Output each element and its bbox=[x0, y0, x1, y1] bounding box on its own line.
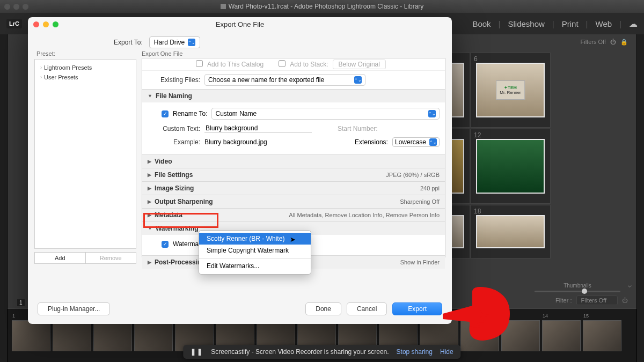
secondary-filter: Filter : Filters Off ⏻ bbox=[555, 295, 628, 305]
grid-cell[interactable]: 12 bbox=[470, 129, 551, 204]
app-logo: LrC bbox=[6, 19, 22, 28]
custom-text-input[interactable] bbox=[204, 124, 312, 133]
module-book[interactable]: Book bbox=[472, 19, 491, 28]
remove-preset-button: Remove bbox=[86, 252, 137, 264]
cursor-icon: ➤ bbox=[290, 235, 296, 243]
main-titlebar: Ward Photo-v11.lrcat - Adobe Photoshop L… bbox=[0, 0, 644, 13]
extensions-select[interactable]: Lowercase⌃⌄ bbox=[392, 137, 440, 147]
rename-checkbox[interactable]: ✓ bbox=[162, 110, 169, 117]
stop-sharing-button[interactable]: Stop sharing bbox=[397, 348, 433, 356]
dialog-titlebar: Export One File bbox=[28, 17, 452, 31]
document-icon bbox=[221, 4, 226, 9]
section-metadata[interactable]: ▶MetadataAll Metadata, Remove Location I… bbox=[142, 209, 445, 221]
right-panel-collapsed[interactable] bbox=[636, 34, 644, 362]
module-web[interactable]: Web bbox=[596, 19, 612, 28]
export-button[interactable]: Export bbox=[392, 302, 442, 315]
cloud-sync-icon[interactable]: ☁ bbox=[629, 19, 638, 29]
watermark-checkbox[interactable]: ✓ bbox=[162, 241, 169, 248]
add-catalog-checkbox[interactable] bbox=[196, 60, 203, 67]
dialog-title: Export One File bbox=[216, 20, 264, 28]
filmstrip-thumb[interactable]: 2 bbox=[53, 320, 91, 351]
traffic-lights[interactable] bbox=[4, 4, 28, 10]
dialog-traffic-lights[interactable] bbox=[33, 21, 58, 27]
collapse-icon[interactable]: › bbox=[625, 285, 634, 287]
filmstrip-thumb[interactable]: 1 bbox=[12, 320, 50, 351]
settings-subtitle: Export One File bbox=[142, 50, 445, 57]
filmstrip-thumb[interactable]: 15 bbox=[583, 320, 621, 351]
section-file-naming[interactable]: ▼File Naming bbox=[142, 90, 445, 102]
lock-icon[interactable]: 🔒 bbox=[620, 39, 628, 46]
filters-off-label[interactable]: Filters Off bbox=[581, 39, 606, 45]
grid-cell[interactable]: 18 bbox=[470, 205, 551, 258]
filmstrip-thumb[interactable]: 3 bbox=[93, 320, 132, 351]
cancel-button[interactable]: Cancel bbox=[347, 302, 387, 315]
pause-icon: ❚❚ bbox=[191, 348, 203, 356]
filter-dropdown[interactable]: Filters Off bbox=[576, 295, 618, 305]
library-filter-bar: Filters Off ⏻ 🔒 bbox=[581, 34, 636, 49]
plugin-manager-button[interactable]: Plug-in Manager... bbox=[38, 302, 110, 315]
rename-select[interactable]: Custom Name⌃⌄ bbox=[211, 108, 440, 120]
add-preset-button[interactable]: Add bbox=[34, 252, 86, 264]
hide-button[interactable]: Hide bbox=[440, 348, 453, 356]
preset-label: Preset: bbox=[36, 50, 136, 57]
export-to-select[interactable]: Hard Drive⌃⌄ bbox=[149, 36, 200, 48]
existing-files-select[interactable]: Choose a new name for the exported file⌃… bbox=[204, 74, 365, 86]
add-stack-checkbox bbox=[279, 60, 286, 67]
module-slideshow[interactable]: Slideshow bbox=[508, 19, 544, 28]
section-file-settings[interactable]: ▶File SettingsJPEG (60%) / sRGB bbox=[142, 168, 445, 181]
dropdown-item-simple[interactable]: Simple Copyright Watermark bbox=[199, 245, 311, 256]
export-to-label: Export To: bbox=[114, 39, 143, 46]
filter-toggle-icon[interactable]: ⏻ bbox=[610, 39, 616, 45]
dropdown-item-edit[interactable]: Edit Watermarks... bbox=[199, 260, 311, 272]
left-panel-collapsed[interactable] bbox=[0, 34, 8, 362]
section-image-sizing[interactable]: ▶Image Sizing240 ppi bbox=[142, 182, 445, 195]
preset-user[interactable]: ›User Presets bbox=[35, 72, 136, 82]
module-picker: Book| Slideshow| Print| Web| ☁ bbox=[472, 19, 638, 29]
module-print[interactable]: Print bbox=[562, 19, 579, 28]
preset-lightroom[interactable]: ›Lightroom Presets bbox=[35, 63, 136, 72]
preset-list[interactable]: ›Lightroom Presets ›User Presets bbox=[34, 59, 136, 249]
grid-cell[interactable]: 6✦TEMMr. Renner bbox=[470, 53, 551, 128]
section-output-sharpening[interactable]: ▶Output SharpeningSharpening Off bbox=[142, 195, 445, 208]
filter-toggle-icon[interactable]: ⏻ bbox=[622, 297, 628, 304]
section-video[interactable]: ▶Video bbox=[142, 155, 445, 168]
filmstrip-thumb[interactable]: 4 bbox=[134, 320, 173, 351]
window-title: Ward Photo-v11.lrcat - Adobe Photoshop L… bbox=[229, 3, 424, 10]
screencast-bar: ❚❚ Screencastify - Screen Video Recorder… bbox=[183, 345, 460, 359]
done-button[interactable]: Done bbox=[305, 302, 341, 315]
filmstrip-thumb[interactable]: 14 bbox=[542, 320, 581, 351]
thumbnail-size-slider[interactable]: Thumbnails bbox=[535, 283, 620, 292]
export-dialog: Export One File Export To: Hard Drive⌃⌄ … bbox=[28, 17, 452, 324]
pointing-hand-annotation bbox=[440, 284, 521, 349]
